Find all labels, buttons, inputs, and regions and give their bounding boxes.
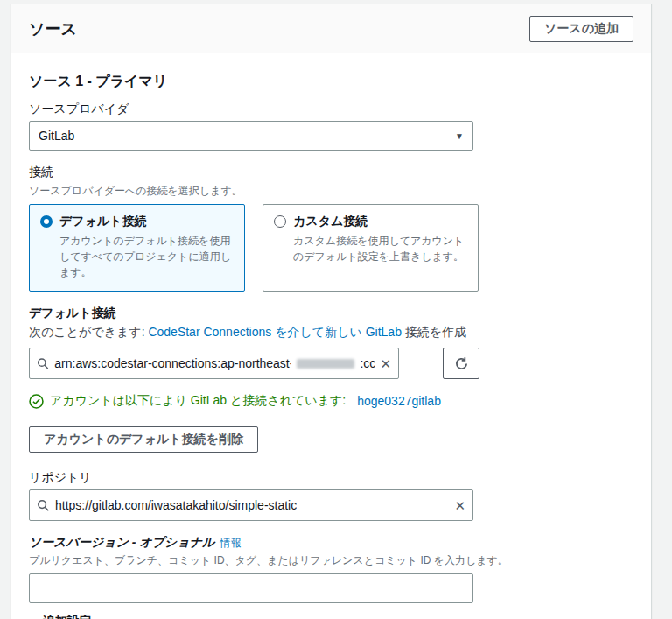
clear-input-icon[interactable]: ✕ (380, 357, 391, 370)
repository-label: リポジトリ (29, 470, 634, 486)
source-panel: ソース ソースの追加 ソース 1 - プライマリ ソースプロバイダ GitLab… (10, 4, 652, 619)
custom-connection-tile-description: カスタム接続を使用してアカウントのデフォルト設定を上書きします。 (293, 233, 467, 264)
source-provider-label: ソースプロバイダ (29, 102, 634, 117)
default-connection-tile-title: デフォルト接続 (60, 214, 147, 229)
connection-description: ソースプロバイダーへの接続を選択します。 (29, 184, 634, 199)
panel-header: ソース ソースの追加 (11, 4, 651, 53)
connected-account-link[interactable]: hoge0327gitlab (357, 394, 441, 408)
additional-config-expander: ▶ 追加設定 Git のクローンの深さ, Git サブモジュール, ビルドステー… (29, 614, 634, 619)
connection-arn-row: arn:aws:codestar-connections:ap-northeas… (29, 348, 634, 379)
clear-input-icon[interactable]: ✕ (454, 499, 466, 512)
custom-connection-tile-title: カスタム接続 (293, 214, 368, 229)
source-version-description: プルリクエスト、ブランチ、コミット ID、タグ、またはリファレンスとコミット I… (29, 553, 634, 568)
connection-status-text: アカウントは以下により GitLab と接続されています: (50, 393, 346, 409)
additional-config-toggle[interactable]: ▶ 追加設定 (29, 614, 634, 619)
source-version-input[interactable] (29, 573, 473, 603)
connection-options: デフォルト接続 アカウントのデフォルト接続を使用してすべてのプロジェクトに適用し… (29, 204, 634, 292)
add-source-button[interactable]: ソースの追加 (529, 16, 634, 42)
codestar-connections-link[interactable]: CodeStar Connections を介して新しい GitLab (148, 325, 402, 339)
radio-unselected-icon[interactable] (274, 215, 286, 228)
helper-prefix: 次のことができます: (29, 325, 148, 339)
redacted-account-id (297, 359, 354, 369)
repository-value: https://gitlab.com/iwasatakahito/simple-… (55, 498, 297, 512)
source-provider-value: GitLab (38, 129, 74, 143)
additional-config-label: 追加設定 (43, 614, 92, 619)
helper-suffix: 接続を作成 (402, 325, 466, 339)
chevron-down-icon: ▼ (455, 131, 464, 141)
refresh-icon (454, 356, 469, 371)
delete-default-connection-button[interactable]: アカウントのデフォルト接続を削除 (29, 426, 258, 453)
source-version-label: ソースバージョン - オプショナル情報 (29, 535, 634, 551)
info-link[interactable]: 情報 (220, 537, 241, 549)
default-connection-tile-description: アカウントのデフォルト接続を使用してすべてのプロジェクトに適用します。 (60, 233, 234, 280)
connection-arn-value-suffix: :cc (360, 356, 374, 370)
default-connection-label: デフォルト接続 (29, 306, 634, 321)
default-connection-tile[interactable]: デフォルト接続 アカウントのデフォルト接続を使用してすべてのプロジェクトに適用し… (29, 204, 245, 292)
check-circle-icon (29, 394, 44, 409)
connection-status: アカウントは以下により GitLab と接続されています: hoge0327gi… (29, 393, 634, 409)
refresh-connections-button[interactable] (443, 348, 480, 379)
search-icon (37, 357, 49, 370)
radio-selected-icon[interactable] (40, 215, 52, 228)
source-provider-select[interactable]: GitLab ▼ (29, 121, 473, 151)
panel-title: ソース (29, 18, 77, 39)
search-icon (37, 499, 50, 512)
repository-input[interactable]: https://gitlab.com/iwasatakahito/simple-… (29, 489, 473, 521)
source-section-heading: ソース 1 - プライマリ (29, 73, 634, 91)
panel-body: ソース 1 - プライマリ ソースプロバイダ GitLab ▼ 接続 ソースプロ… (11, 53, 651, 619)
connection-arn-input[interactable]: arn:aws:codestar-connections:ap-northeas… (29, 348, 399, 379)
connection-arn-value: arn:aws:codestar-connections:ap-northeas… (54, 356, 291, 370)
connection-label: 接続 (29, 165, 634, 180)
default-connection-helper: 次のことができます: CodeStar Connections を介して新しい … (29, 325, 634, 341)
custom-connection-tile[interactable]: カスタム接続 カスタム接続を使用してアカウントのデフォルト設定を上書きします。 (262, 204, 479, 292)
